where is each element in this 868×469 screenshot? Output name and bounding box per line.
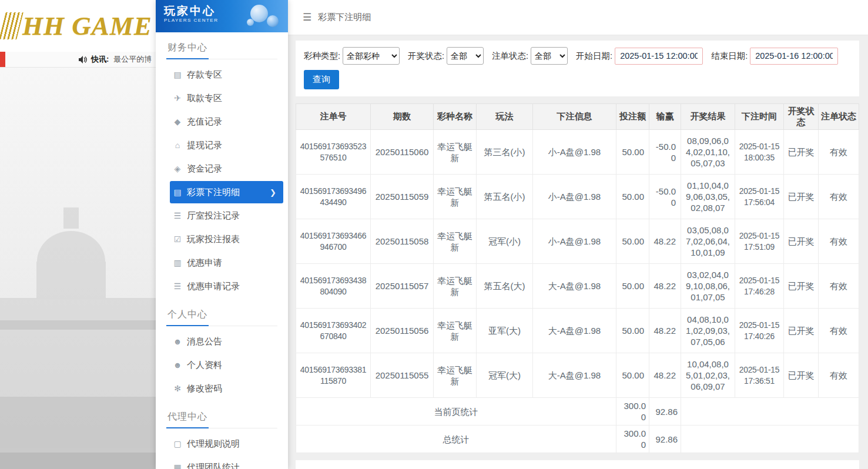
capitol-background-image [0, 68, 156, 469]
cell-period: 20250115060 [371, 130, 434, 175]
search-button[interactable]: 查询 [304, 70, 339, 89]
cell-amount: 50.00 [616, 175, 649, 219]
cell-lottery: 幸运飞艇新 [434, 175, 477, 219]
sidebar-item-agent-rules[interactable]: ▢ 代理规则说明 [156, 432, 288, 455]
draw-status-select[interactable]: 全部 [447, 47, 484, 65]
cell-order-status: 有效 [819, 175, 859, 219]
draw-status-label: 开奖状态: [408, 51, 444, 62]
header-result: 开奖结果 [681, 104, 735, 130]
profile-icon: ☻ [172, 360, 183, 370]
summary-total-label: 总统计 [296, 426, 616, 453]
section-finance-center: 财务中心 [166, 39, 277, 59]
cell-result: 01,10,04,09,06,03,05,02,08,07 [681, 175, 735, 219]
header-draw-status: 开奖状态 [784, 104, 819, 130]
cell-amount: 50.00 [616, 130, 649, 175]
player-bet-report-icon: ☑ [172, 235, 183, 244]
sidebar-item-funds-records[interactable]: ◈ 资金记录 [156, 157, 288, 180]
cell-period: 20250115058 [371, 219, 434, 264]
start-date-input[interactable] [615, 48, 703, 65]
lottery-type-label: 彩种类型: [304, 51, 340, 62]
cell-time: 2025-01-15 17:51:09 [735, 219, 784, 264]
sidebar-item-deposit-zone[interactable]: ▤ 存款专区 [156, 63, 288, 86]
cell-result: 10,04,08,05,01,02,03,06,09,07 [681, 353, 735, 398]
cell-order-id: 401569173693438804090 [296, 264, 371, 309]
sidebar: 玩家中心 PLAYERS CENTER 财务中心 ▤ 存款专区 ✈ 取款专区 ◆… [156, 0, 288, 469]
cell-order-status: 有效 [819, 264, 859, 309]
site-logo-bar: HH GAME [0, 0, 156, 52]
cell-lottery: 幸运飞艇新 [434, 219, 477, 264]
sidebar-item-cashout-records[interactable]: ⌂ 提现记录 [156, 133, 288, 157]
sidebar-item-recharge-records[interactable]: ◆ 充值记录 [156, 110, 288, 133]
agent-rules-icon: ▢ [172, 439, 183, 448]
header-order-id: 注单号 [296, 104, 371, 130]
cell-amount: 50.00 [616, 309, 649, 353]
lottery-type-select[interactable]: 全部彩种 [343, 47, 400, 65]
ticker-label: 快讯: [91, 54, 109, 65]
cell-result: 03,05,08,07,02,06,04,10,01,09 [681, 219, 735, 264]
cell-winloss: 48.22 [649, 309, 681, 353]
sidebar-item-promo-apply-records[interactable]: ☰ 优惠申请记录 [156, 274, 288, 298]
cell-bet-info: 小-A盘@1.98 [533, 130, 616, 175]
cell-lottery: 幸运飞艇新 [434, 353, 477, 398]
agent-menu-group: ▢ 代理规则说明 ▦ 代理团队统计 [156, 430, 288, 469]
page-topbar: ☰ 彩票下注明细 [288, 0, 868, 35]
cell-time: 2025-01-15 18:00:35 [735, 130, 784, 175]
cell-order-id: 401569173693496434490 [296, 175, 371, 219]
page-title: 彩票下注明细 [318, 12, 371, 23]
password-icon: ✻ [172, 384, 183, 393]
cell-lottery: 幸运飞艇新 [434, 264, 477, 309]
cell-play: 冠军(小) [477, 219, 533, 264]
cell-order-id: 401569173693466946700 [296, 219, 371, 264]
cell-bet-info: 大-A盘@1.98 [533, 264, 616, 309]
promo-apply-icon: ▥ [172, 258, 183, 267]
summary-row-current-page: 当前页统计 300.00 92.86 [296, 398, 859, 426]
cell-winloss: 48.22 [649, 264, 681, 309]
sidebar-item-withdraw-zone[interactable]: ✈ 取款专区 [156, 86, 288, 110]
site-logo[interactable]: HH GAME [22, 11, 152, 41]
sidebar-item-lottery-bet-details[interactable]: ▤ 彩票下注明细 ❯ [170, 181, 283, 203]
cell-draw-status: 已开奖 [784, 353, 819, 398]
menu-toggle-icon[interactable]: ☰ [303, 11, 311, 24]
table-header-row: 注单号 期数 彩种名称 玩法 下注信息 投注额 输赢 开奖结果 下注时间 开奖状… [296, 104, 859, 130]
header-winloss: 输赢 [649, 104, 681, 130]
cell-winloss: -50.00 [649, 175, 681, 219]
cell-time: 2025-01-15 17:36:51 [735, 353, 784, 398]
table-row: 401569173693438804090 20250115057 幸运飞艇新 … [296, 264, 859, 309]
cell-draw-status: 已开奖 [784, 309, 819, 353]
hall-bet-record-icon: ☰ [172, 211, 183, 220]
cell-order-id: 401569173693402670840 [296, 309, 371, 353]
sidebar-item-messages[interactable]: ☻ 消息公告 [156, 330, 288, 353]
sidebar-item-promo-apply[interactable]: ▥ 优惠申请 [156, 251, 288, 274]
cell-time: 2025-01-15 17:40:26 [735, 309, 784, 353]
cell-draw-status: 已开奖 [784, 175, 819, 219]
table-row: 401569173693381115870 20250115055 幸运飞艇新 … [296, 353, 859, 398]
summary-current-amount: 300.00 [616, 398, 649, 426]
sidebar-item-hall-bet-records[interactable]: ☰ 厅室投注记录 [156, 204, 288, 227]
personal-menu-group: ☻ 消息公告 ☻ 个人资料 ✻ 修改密码 [156, 327, 288, 401]
finance-menu-group: ▤ 存款专区 ✈ 取款专区 ◆ 充值记录 ⌂ 提现记录 ◈ 资金记录 ▤ 彩票下… [156, 61, 288, 299]
order-status-select[interactable]: 全部 [531, 47, 568, 65]
news-ticker: 快讯: 最公平的博 [0, 52, 156, 68]
sidebar-item-agent-team-stats[interactable]: ▦ 代理团队统计 [156, 455, 288, 469]
sidebar-item-profile[interactable]: ☻ 个人资料 [156, 353, 288, 377]
section-personal-center: 个人中心 [166, 306, 277, 326]
cell-winloss: 48.22 [649, 219, 681, 264]
cashout-record-icon: ⌂ [172, 140, 183, 150]
cell-order-status: 有效 [819, 219, 859, 264]
end-date-label: 结束日期: [711, 51, 748, 62]
agent-team-icon: ▦ [172, 463, 183, 469]
chevron-right-icon: ❯ [270, 188, 276, 197]
sidebar-header: 玩家中心 PLAYERS CENTER [156, 0, 288, 32]
cell-time: 2025-01-15 17:56:04 [735, 175, 784, 219]
main-content: ☰ 彩票下注明细 彩种类型: 全部彩种 开奖状态: 全部 注单状态: 全部 开始… [288, 0, 868, 469]
deposit-icon: ▤ [172, 70, 183, 79]
sidebar-item-player-bet-report[interactable]: ☑ 玩家投注报表 [156, 227, 288, 251]
filter-panel: 彩种类型: 全部彩种 开奖状态: 全部 注单状态: 全部 开始日期: 结束日期:… [296, 41, 859, 96]
summary-total-amount: 300.00 [616, 426, 649, 453]
end-date-input[interactable] [750, 48, 838, 65]
order-status-label: 注单状态: [492, 51, 528, 62]
promo-apply-record-icon: ☰ [172, 282, 183, 291]
funds-record-icon: ◈ [172, 164, 183, 173]
header-period: 期数 [371, 104, 434, 130]
sidebar-item-change-password[interactable]: ✻ 修改密码 [156, 377, 288, 400]
